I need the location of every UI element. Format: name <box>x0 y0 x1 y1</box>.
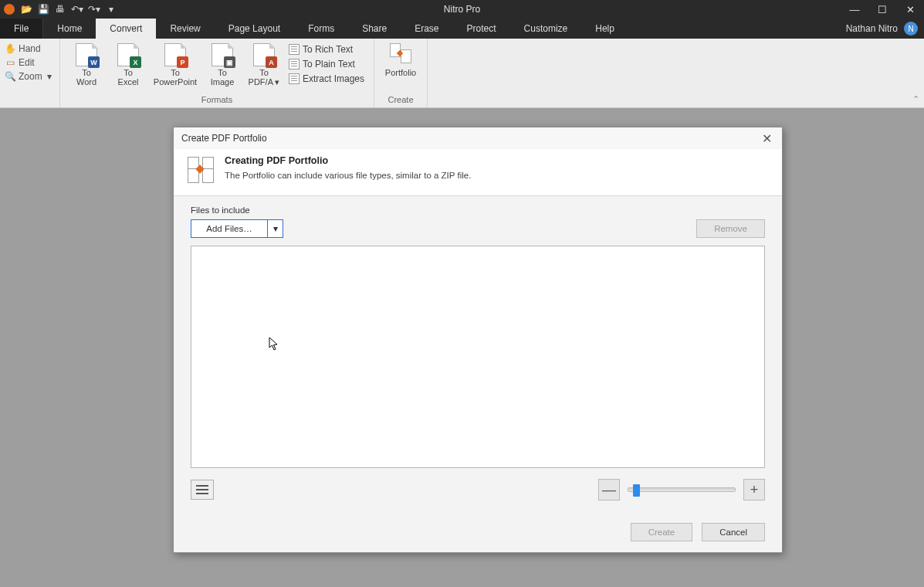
ribbon-tabs: File Home Convert Review Page Layout For… <box>0 19 924 39</box>
word-icon: W <box>76 43 97 66</box>
add-files-button[interactable]: Add Files… <box>191 219 268 238</box>
to-image-button[interactable]: ▣To Image <box>202 42 242 87</box>
window-close-button[interactable]: ✕ <box>896 0 924 19</box>
zoom-slider[interactable] <box>628 487 736 492</box>
hand-icon: ✋ <box>5 43 15 54</box>
hand-tool[interactable]: ✋Hand <box>5 43 55 54</box>
user-name: Nathan Nitro <box>846 23 898 34</box>
portfolio-icon <box>390 43 411 66</box>
zoom-tool[interactable]: 🔍Zoom▾ <box>5 71 55 82</box>
image-icon: ▣ <box>212 43 233 66</box>
to-rich-text-button[interactable]: To Rich Text <box>286 43 367 56</box>
portfolio-button[interactable]: Portfolio <box>381 42 421 77</box>
dialog-description: The Portfolio can include various file t… <box>225 171 471 180</box>
workspace: Create PDF Portfolio ✕ Creating PDF Port… <box>0 108 924 587</box>
ribbon-group-create: Portfolio Create <box>374 39 428 107</box>
app-title: Nitro Pro <box>444 0 480 19</box>
cancel-button[interactable]: Cancel <box>702 523 765 541</box>
window-minimize-button[interactable]: — <box>841 0 868 19</box>
tab-customize[interactable]: Customize <box>510 19 582 39</box>
file-tab[interactable]: File <box>0 19 43 39</box>
zoom-slider-handle[interactable] <box>633 484 640 497</box>
window-maximize-button[interactable]: ☐ <box>868 0 896 19</box>
extract-images-button[interactable]: Extract Images <box>286 73 367 85</box>
qat-more-icon[interactable]: ▾ <box>105 3 117 15</box>
print-icon[interactable]: 🖶 <box>54 3 66 15</box>
dialog-titlebar: Create PDF Portfolio ✕ <box>174 127 782 149</box>
dialog-header: Creating PDF Portfolio The Portfolio can… <box>174 149 782 196</box>
to-plain-text-button[interactable]: To Plain Text <box>286 58 367 70</box>
user-avatar-icon[interactable]: N <box>904 22 918 36</box>
plain-text-icon <box>289 59 300 70</box>
create-portfolio-dialog: Create PDF Portfolio ✕ Creating PDF Port… <box>173 127 783 553</box>
edit-tool[interactable]: ▭Edit <box>5 57 55 68</box>
tab-page-layout[interactable]: Page Layout <box>215 19 294 39</box>
rich-text-icon <box>289 44 300 55</box>
extract-icon <box>289 73 300 84</box>
ribbon-group-formats: WTo Word XTo Excel PTo PowerPoint ▣To Im… <box>60 39 374 107</box>
edit-icon: ▭ <box>5 57 15 68</box>
dialog-title: Create PDF Portfolio <box>181 133 267 144</box>
to-word-button[interactable]: WTo Word <box>66 42 107 87</box>
tab-review[interactable]: Review <box>156 19 214 39</box>
to-excel-button[interactable]: XTo Excel <box>108 42 148 87</box>
to-powerpoint-button[interactable]: PTo PowerPoint <box>150 42 201 87</box>
add-files-split-button: Add Files… ▾ <box>191 219 283 238</box>
dialog-footer: Create Cancel <box>174 515 782 552</box>
tab-home[interactable]: Home <box>43 19 96 39</box>
quick-access-toolbar: 📂 💾 🖶 ↶▾ ↷▾ ▾ <box>0 0 117 19</box>
group-label-create: Create <box>388 93 414 106</box>
dialog-close-button[interactable]: ✕ <box>759 131 774 146</box>
tab-convert[interactable]: Convert <box>96 19 156 39</box>
title-bar: 📂 💾 🖶 ↶▾ ↷▾ ▾ Nitro Pro — ☐ ✕ <box>0 0 924 19</box>
dialog-heading: Creating PDF Portfolio <box>225 155 471 166</box>
tab-forms[interactable]: Forms <box>294 19 348 39</box>
tab-erase[interactable]: Erase <box>401 19 452 39</box>
portfolio-header-icon <box>188 157 214 183</box>
redo-icon[interactable]: ↷▾ <box>88 3 100 15</box>
user-area[interactable]: Nathan Nitro N <box>846 19 924 39</box>
ribbon: ✋Hand ▭Edit 🔍Zoom▾ WTo Word XTo Excel PT… <box>0 39 924 108</box>
files-to-include-label: Files to include <box>191 205 765 215</box>
zoom-control: — + <box>598 479 765 500</box>
pdfa-icon: A <box>253 43 275 66</box>
zoom-icon: 🔍 <box>5 71 15 82</box>
zoom-in-button[interactable]: + <box>743 479 765 500</box>
tab-help[interactable]: Help <box>581 19 628 39</box>
file-list[interactable] <box>191 246 765 468</box>
group-label-formats: Formats <box>201 93 232 106</box>
create-button[interactable]: Create <box>631 523 693 541</box>
list-view-toggle[interactable] <box>191 480 214 500</box>
ppt-icon: P <box>164 43 186 66</box>
ribbon-collapse-icon[interactable]: ⌃ <box>912 94 919 104</box>
save-icon[interactable]: 💾 <box>37 3 49 15</box>
excel-icon: X <box>117 43 139 66</box>
tab-protect[interactable]: Protect <box>453 19 510 39</box>
add-files-dropdown[interactable]: ▾ <box>268 219 283 238</box>
open-icon[interactable]: 📂 <box>20 3 32 15</box>
zoom-out-button[interactable]: — <box>598 479 620 500</box>
remove-button[interactable]: Remove <box>696 219 765 238</box>
to-pdfa-button[interactable]: ATo PDF/A ▾ <box>244 42 284 87</box>
dialog-body: Files to include Add Files… ▾ Remove — + <box>174 196 782 515</box>
undo-icon[interactable]: ↶▾ <box>71 3 83 15</box>
app-logo-icon <box>3 3 15 15</box>
side-tools: ✋Hand ▭Edit 🔍Zoom▾ <box>0 39 60 107</box>
tab-share[interactable]: Share <box>348 19 401 39</box>
